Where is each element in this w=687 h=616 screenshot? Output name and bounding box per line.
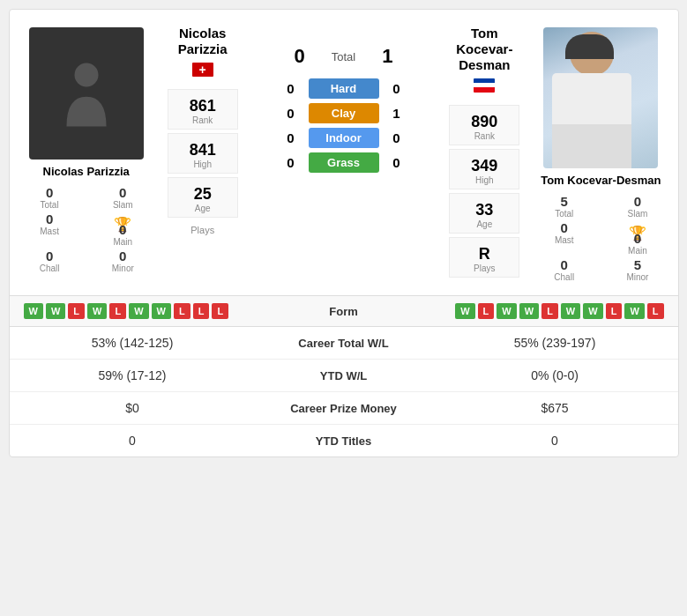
right-stat-minor: 5 Minor xyxy=(606,257,668,282)
right-name-rank: Tom Kocevar-Desman 890 Rank 349 High 33 … xyxy=(445,19,525,279)
form-badges-right: W L W W L W W L W L xyxy=(397,303,664,319)
right-form-3: W xyxy=(497,303,516,319)
left-player-photo xyxy=(29,27,144,160)
left-form-4: W xyxy=(87,303,107,319)
right-player-photo xyxy=(543,27,658,168)
career-wl-right: 55% (239-197) xyxy=(432,336,678,350)
right-flag xyxy=(474,78,495,96)
right-form-7: W xyxy=(583,303,602,319)
left-rank-box: 861 Rank xyxy=(168,89,238,130)
right-player-name: Tom Kocevar-Desman xyxy=(541,174,661,187)
ytd-wl-label: YTD W/L xyxy=(256,369,432,382)
left-stat-slam: 0 Slam xyxy=(92,185,154,210)
score-left: 0 xyxy=(295,45,305,68)
right-player-section: Tom Kocevar-Desman 5 Total 0 Slam 0 Mast… xyxy=(524,19,677,291)
total-label: Total xyxy=(332,50,355,63)
right-stat-slam: 0 Slam xyxy=(606,194,668,219)
prize-left: $0 xyxy=(10,401,256,415)
right-player-name-top: Tom Kocevar-Desman xyxy=(445,26,525,73)
left-stat-main xyxy=(19,238,81,247)
left-form-2: W xyxy=(46,303,65,319)
left-form-9: L xyxy=(193,303,210,319)
right-form-10: L xyxy=(647,303,664,319)
form-section: W W L W L W W L L L Form W L W W L W W L… xyxy=(10,295,678,327)
titles-left: 0 xyxy=(10,434,256,448)
right-form-9: W xyxy=(624,303,644,319)
left-stat-mast: 0 Mast xyxy=(19,212,81,236)
left-stat-total: 0 Total xyxy=(19,185,81,210)
right-form-4: W xyxy=(519,303,539,319)
surface-row-hard: 0 Hard 0 xyxy=(247,78,441,99)
titles-right: 0 xyxy=(432,434,678,448)
left-form-6: W xyxy=(129,303,148,319)
left-player-name: Nicolas Parizzia xyxy=(43,165,130,178)
surface-rows: 0 Hard 0 0 Clay 1 0 Indoor 0 0 Grass xyxy=(247,78,441,173)
right-high-box: 349 High xyxy=(449,149,519,189)
left-form-3: L xyxy=(68,303,85,319)
left-high-box: 841 High xyxy=(168,133,238,174)
right-form-2: L xyxy=(478,303,495,319)
left-name-rank: Nicolas Parizzia 861 Rank 841 High 25 Ag… xyxy=(163,19,243,235)
prize-right: $675 xyxy=(432,401,678,415)
score-right: 1 xyxy=(382,45,392,68)
match-card: Nicolas Parizzia 0 Total 0 Slam 0 Mast 🏆 xyxy=(9,9,679,457)
left-flag xyxy=(192,63,213,80)
left-form-10: L xyxy=(212,303,228,319)
surface-row-grass: 0 Grass 0 xyxy=(247,152,441,173)
right-form-5: L xyxy=(541,303,558,319)
right-form-1: W xyxy=(455,303,474,319)
right-plays-box: R Plays xyxy=(449,237,519,278)
stats-row-titles: 0 YTD Titles 0 xyxy=(10,425,678,456)
stats-row-ytd-wl: 59% (17-12) YTD W/L 0% (0-0) xyxy=(10,360,678,392)
svg-point-0 xyxy=(74,63,98,87)
left-age-box: 25 Age xyxy=(168,177,238,218)
right-stat-main-val: 0 Main xyxy=(606,231,668,256)
form-label: Form xyxy=(291,305,397,318)
left-plays-label: Plays xyxy=(190,225,214,235)
left-form-5: L xyxy=(109,303,126,319)
ytd-wl-right: 0% (0-0) xyxy=(432,368,678,382)
right-stat-mast: 0 Mast xyxy=(533,220,595,245)
stats-rows: 53% (142-125) Career Total W/L 55% (239-… xyxy=(10,327,678,456)
center-match-section: 0 Total 1 0 Hard 0 0 Clay 1 0 Indoor xyxy=(243,19,445,173)
surface-row-indoor: 0 Indoor 0 xyxy=(247,128,441,148)
career-wl-label: Career Total W/L xyxy=(256,337,432,350)
left-player-section: Nicolas Parizzia 0 Total 0 Slam 0 Mast 🏆 xyxy=(10,19,163,282)
right-stat-chall: 0 Chall xyxy=(533,257,595,282)
right-form-8: L xyxy=(606,303,623,319)
career-wl-left: 53% (142-125) xyxy=(10,336,256,350)
left-stat-chall: 0 Chall xyxy=(19,249,81,273)
right-form-6: W xyxy=(561,303,580,319)
ytd-wl-left: 59% (17-12) xyxy=(10,368,256,382)
left-player-name-top: Nicolas Parizzia xyxy=(163,26,243,57)
prize-label: Career Prize Money xyxy=(256,402,432,415)
left-stat-main-val: 0 Main xyxy=(92,222,154,247)
right-stat-main-spacer xyxy=(533,247,595,256)
right-age-box: 33 Age xyxy=(449,193,519,234)
left-form-7: W xyxy=(152,303,171,319)
surface-row-clay: 0 Clay 1 xyxy=(247,103,441,123)
left-form-1: W xyxy=(24,303,43,319)
right-stat-total: 5 Total xyxy=(533,194,595,219)
score-row: 0 Total 1 xyxy=(295,45,393,68)
left-form-8: L xyxy=(174,303,190,319)
left-stat-minor: 0 Minor xyxy=(92,249,154,273)
titles-label: YTD Titles xyxy=(256,434,432,448)
stats-row-career-wl: 53% (142-125) Career Total W/L 55% (239-… xyxy=(10,327,678,360)
form-badges-left: W W L W L W W L L L xyxy=(24,303,291,319)
right-rank-box: 890 Rank xyxy=(449,105,519,145)
stats-row-prize: $0 Career Prize Money $675 xyxy=(10,392,678,425)
